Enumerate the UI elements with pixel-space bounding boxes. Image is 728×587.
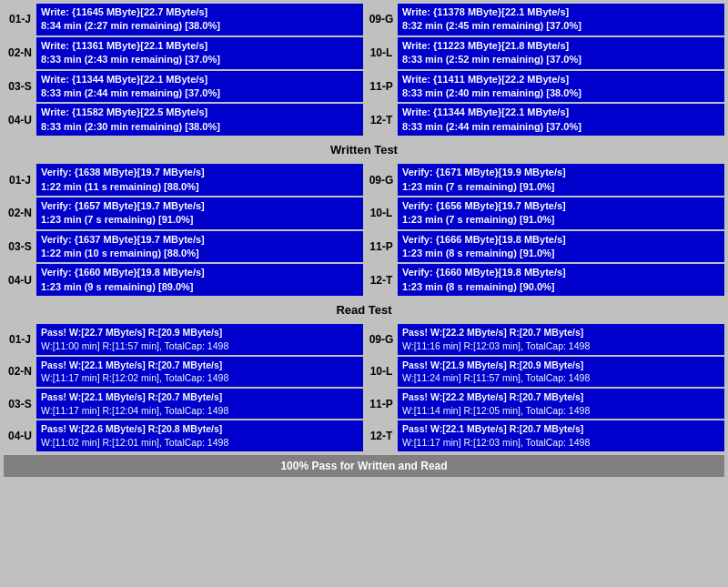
device-label: 12-T	[365, 104, 398, 136]
right-cell: 11-PWrite: {11411 MByte}[22.2 MByte/s]8:…	[365, 71, 724, 103]
device-label: 03-S	[4, 71, 36, 103]
right-cell: 10-LPass! W:[21.9 MByte/s] R:[20.9 MByte…	[365, 357, 724, 387]
device-label: 02-N	[4, 357, 36, 387]
device-label: 11-P	[365, 71, 398, 103]
data-box: Verify: {1637 MByte}[19.7 MByte/s]1:22 m…	[36, 231, 363, 263]
right-cell: 09-GPass! W:[22.2 MByte/s] R:[20.7 MByte…	[365, 324, 724, 354]
data-box: Pass! W:[22.1 MByte/s] R:[20.7 MByte/s]W…	[36, 357, 363, 387]
data-box: Pass! W:[21.9 MByte/s] R:[20.9 MByte/s]W…	[398, 357, 724, 387]
verify-test-section: 01-JVerify: {1638 MByte}[19.7 MByte/s]1:…	[4, 164, 724, 320]
data-line1: Pass! W:[22.6 MByte/s] R:[20.8 MByte/s]	[41, 422, 359, 436]
data-line2: W:[11:02 min] R:[12:01 min], TotalCap: 1…	[41, 436, 359, 450]
left-cell: 01-JVerify: {1638 MByte}[19.7 MByte/s]1:…	[4, 164, 363, 196]
left-cell: 04-UPass! W:[22.6 MByte/s] R:[20.8 MByte…	[4, 420, 363, 450]
device-label: 10-L	[365, 357, 398, 387]
data-line1: Pass! W:[22.2 MByte/s] R:[20.7 MByte/s]	[402, 326, 720, 339]
data-box: Pass! W:[22.6 MByte/s] R:[20.8 MByte/s]W…	[36, 420, 363, 450]
device-label: 04-U	[4, 104, 36, 136]
verify-test-rows: 01-JVerify: {1638 MByte}[19.7 MByte/s]1:…	[4, 164, 724, 296]
grid-row: 04-UVerify: {1660 MByte}[19.8 MByte/s]1:…	[4, 264, 724, 296]
device-label: 12-T	[365, 420, 398, 450]
grid-row: 03-SWrite: {11344 MByte}[22.1 MByte/s]8:…	[4, 71, 724, 103]
data-line1: Verify: {1656 MByte}[19.7 MByte/s]	[402, 199, 720, 213]
data-line1: Write: {11645 MByte}[22.7 MByte/s]	[41, 5, 359, 19]
read-test-header: Read Test	[4, 299, 724, 320]
right-cell: 10-LVerify: {1656 MByte}[19.7 MByte/s]1:…	[365, 197, 724, 229]
data-line2: 1:23 min (8 s remaining) [91.0%]	[402, 247, 720, 260]
grid-row: 04-UPass! W:[22.6 MByte/s] R:[20.8 MByte…	[4, 420, 724, 450]
device-label: 10-L	[365, 197, 398, 229]
data-box: Pass! W:[22.7 MByte/s] R:[20.9 MByte/s]W…	[36, 324, 363, 354]
device-label: 01-J	[4, 164, 36, 196]
data-box: Pass! W:[22.2 MByte/s] R:[20.7 MByte/s]W…	[398, 324, 724, 354]
data-line2: 1:23 min (8 s remaining) [90.0%]	[402, 280, 720, 294]
right-cell: 11-PVerify: {1666 MByte}[19.8 MByte/s]1:…	[365, 231, 724, 263]
data-line2: 1:23 min (9 s remaining) [89.0%]	[41, 280, 359, 294]
data-box: Verify: {1666 MByte}[19.8 MByte/s]1:23 m…	[398, 231, 724, 263]
grid-row: 02-NPass! W:[22.1 MByte/s] R:[20.7 MByte…	[4, 357, 724, 387]
data-line1: Verify: {1671 MByte}[19.9 MByte/s]	[402, 166, 720, 179]
device-label: 09-G	[365, 164, 398, 196]
device-label: 09-G	[365, 4, 398, 35]
left-cell: 04-UWrite: {11582 MByte}[22.5 MByte/s]8:…	[4, 104, 363, 136]
data-line1: Write: {11361 MByte}[22.1 MByte/s]	[41, 39, 359, 53]
data-line2: 8:33 min (2:43 min remaining) [37.0%]	[41, 53, 359, 66]
data-box: Write: {11344 MByte}[22.1 MByte/s]8:33 m…	[36, 71, 363, 103]
device-label: 02-N	[4, 197, 36, 229]
device-label: 04-U	[4, 264, 36, 296]
data-line2: 8:33 min (2:44 min remaining) [37.0%]	[402, 120, 720, 134]
left-cell: 03-SVerify: {1637 MByte}[19.7 MByte/s]1:…	[4, 231, 363, 263]
grid-row: 01-JVerify: {1638 MByte}[19.7 MByte/s]1:…	[4, 164, 724, 196]
data-box: Write: {11582 MByte}[22.5 MByte/s]8:33 m…	[36, 104, 363, 136]
data-line1: Verify: {1637 MByte}[19.7 MByte/s]	[41, 233, 359, 247]
grid-row: 04-UWrite: {11582 MByte}[22.5 MByte/s]8:…	[4, 104, 724, 136]
device-label: 10-L	[365, 37, 398, 69]
data-box: Verify: {1656 MByte}[19.7 MByte/s]1:23 m…	[398, 197, 724, 229]
data-line2: 8:32 min (2:45 min remaining) [37.0%]	[402, 19, 720, 33]
footer-bar: 100% Pass for Written and Read	[4, 455, 724, 477]
data-line2: 8:33 min (2:40 min remaining) [38.0%]	[402, 86, 720, 100]
data-line1: Pass! W:[22.1 MByte/s] R:[20.7 MByte/s]	[41, 359, 359, 372]
data-line2: W:[11:17 min] R:[12:04 min], TotalCap: 1…	[41, 404, 359, 418]
data-box: Verify: {1660 MByte}[19.8 MByte/s]1:23 m…	[36, 264, 363, 296]
data-line2: 1:23 min (7 s remaining) [91.0%]	[402, 213, 720, 227]
grid-row: 03-SPass! W:[22.1 MByte/s] R:[20.7 MByte…	[4, 389, 724, 419]
right-cell: 11-PPass! W:[22.2 MByte/s] R:[20.7 MByte…	[365, 389, 724, 419]
data-line2: 8:33 min (2:52 min remaining) [37.0%]	[402, 53, 720, 66]
data-line1: Verify: {1666 MByte}[19.8 MByte/s]	[402, 233, 720, 247]
write-test-section: 01-JWrite: {11645 MByte}[22.7 MByte/s]8:…	[4, 4, 724, 160]
data-line1: Write: {11223 MByte}[21.8 MByte/s]	[402, 39, 720, 53]
data-line2: W:[11:14 min] R:[12:05 min], TotalCap: 1…	[402, 404, 720, 418]
left-cell: 01-JWrite: {11645 MByte}[22.7 MByte/s]8:…	[4, 4, 363, 35]
data-line2: W:[11:00 min] R:[11:57 min], TotalCap: 1…	[41, 339, 359, 353]
device-label: 09-G	[365, 324, 398, 354]
right-cell: 09-GVerify: {1671 MByte}[19.9 MByte/s]1:…	[365, 164, 724, 196]
grid-row: 03-SVerify: {1637 MByte}[19.7 MByte/s]1:…	[4, 231, 724, 263]
data-box: Write: {11411 MByte}[22.2 MByte/s]8:33 m…	[398, 71, 724, 103]
left-cell: 03-SPass! W:[22.1 MByte/s] R:[20.7 MByte…	[4, 389, 363, 419]
device-label: 12-T	[365, 264, 398, 296]
data-line1: Verify: {1660 MByte}[19.8 MByte/s]	[41, 266, 359, 279]
data-line1: Pass! W:[22.7 MByte/s] R:[20.9 MByte/s]	[41, 326, 359, 339]
data-line2: W:[11:17 min] R:[12:03 min], TotalCap: 1…	[402, 436, 720, 450]
grid-row: 02-NVerify: {1657 MByte}[19.7 MByte/s]1:…	[4, 197, 724, 229]
left-cell: 02-NVerify: {1657 MByte}[19.7 MByte/s]1:…	[4, 197, 363, 229]
device-label: 02-N	[4, 37, 36, 69]
data-line1: Write: {11582 MByte}[22.5 MByte/s]	[41, 106, 359, 119]
data-line2: 1:22 min (11 s remaining) [88.0%]	[41, 180, 359, 194]
right-cell: 12-TPass! W:[22.1 MByte/s] R:[20.7 MByte…	[365, 420, 724, 450]
data-line2: 1:23 min (7 s remaining) [91.0%]	[41, 213, 359, 227]
device-label: 11-P	[365, 231, 398, 263]
data-line1: Write: {11378 MByte}[22.1 MByte/s]	[402, 5, 720, 19]
left-cell: 02-NWrite: {11361 MByte}[22.1 MByte/s]8:…	[4, 37, 363, 69]
device-label: 03-S	[4, 389, 36, 419]
data-line1: Write: {11344 MByte}[22.1 MByte/s]	[41, 73, 359, 86]
data-box: Write: {11344 MByte}[22.1 MByte/s]8:33 m…	[398, 104, 724, 136]
data-box: Verify: {1638 MByte}[19.7 MByte/s]1:22 m…	[36, 164, 363, 196]
grid-row: 01-JPass! W:[22.7 MByte/s] R:[20.9 MByte…	[4, 324, 724, 354]
data-line2: 1:23 min (7 s remaining) [91.0%]	[402, 180, 720, 194]
data-box: Pass! W:[22.1 MByte/s] R:[20.7 MByte/s]W…	[36, 389, 363, 419]
write-test-rows: 01-JWrite: {11645 MByte}[22.7 MByte/s]8:…	[4, 4, 724, 136]
data-line1: Write: {11411 MByte}[22.2 MByte/s]	[402, 73, 720, 86]
data-box: Write: {11223 MByte}[21.8 MByte/s]8:33 m…	[398, 37, 724, 69]
